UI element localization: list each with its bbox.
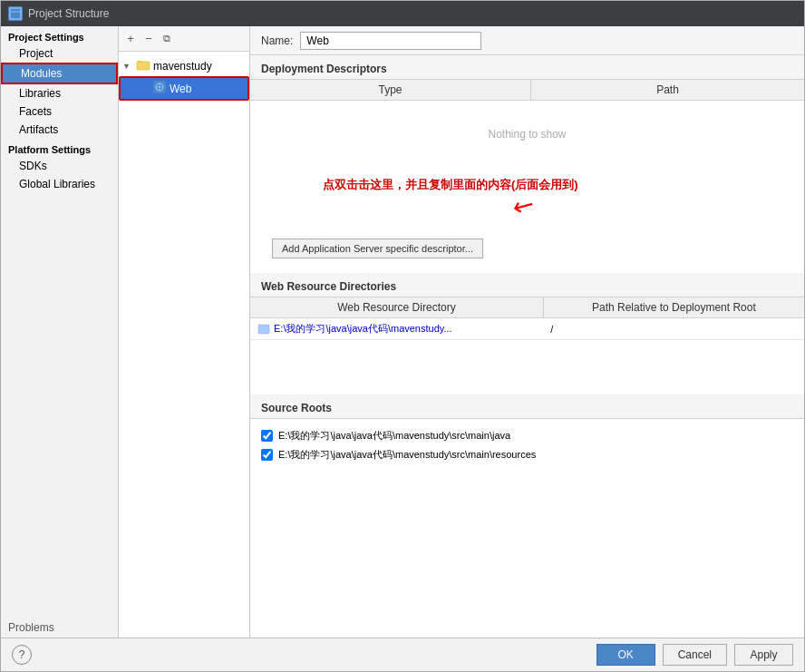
tree-item-mavenstudy[interactable]: ▼ mavenstudy <box>119 55 249 76</box>
svg-rect-0 <box>10 8 21 19</box>
deployment-descriptors-table-container: Type Path Nothing to show <box>250 80 804 168</box>
sidebar-item-project[interactable]: Project <box>1 44 118 63</box>
source-root-item-0: E:\我的学习\java\java代码\mavenstudy\src\main\… <box>261 426 793 445</box>
source-roots-header: Source Roots <box>250 394 804 419</box>
module-tree: ▼ mavenstudy <box>119 52 249 638</box>
right-panel: Name: Deployment Descriptors Type Path <box>250 26 804 638</box>
source-root-label-0: E:\我的学习\java\java代码\mavenstudy\src\main\… <box>278 429 510 443</box>
deployment-descriptors-header: Deployment Descriptors <box>250 55 804 80</box>
apply-button[interactable]: Apply <box>734 644 793 666</box>
module-name-header: Name: <box>250 26 804 55</box>
source-root-checkbox-1[interactable] <box>261 449 273 461</box>
module-name-input[interactable] <box>300 32 481 50</box>
sidebar-item-sdks[interactable]: SDKs <box>1 157 118 175</box>
col-path: Path <box>531 80 804 101</box>
source-root-label-1: E:\我的学习\java\java代码\mavenstudy\src\main\… <box>278 448 536 462</box>
deployment-descriptors-table: Type Path <box>250 80 804 101</box>
help-button[interactable]: ? <box>12 645 32 665</box>
copy-module-button[interactable]: ⧉ <box>159 31 175 47</box>
right-content: Deployment Descriptors Type Path Nothing… <box>250 55 804 638</box>
file-icon <box>257 323 270 336</box>
col-path-relative: Path Relative to Deployment Root <box>543 297 804 318</box>
web-resource-table: Web Resource Directory Path Relative to … <box>250 297 804 340</box>
folder-icon <box>136 57 150 74</box>
web-resource-header-row: Web Resource Directory Path Relative to … <box>250 297 804 318</box>
tree-item-label: mavenstudy <box>153 60 212 73</box>
module-icon <box>152 80 167 97</box>
sidebar-item-artifacts[interactable]: Artifacts <box>1 121 118 139</box>
web-resource-table-container: Web Resource Directory Path Relative to … <box>250 297 804 340</box>
annotation-text: 点双击击这里，并且复制里面的内容(后面会用到) <box>323 177 578 193</box>
title-bar-text: Project Structure <box>28 7 109 20</box>
tree-panel: + − ⧉ ▼ mavenstudy <box>119 26 250 638</box>
expand-arrow: ▼ <box>122 62 133 71</box>
ok-button[interactable]: OK <box>596 644 655 666</box>
file-path: E:\我的学习\java\java代码\mavenstudy... <box>257 322 536 336</box>
tree-toolbar: + − ⧉ <box>119 26 249 52</box>
tree-item-web[interactable]: Web <box>119 76 249 101</box>
platform-settings-label: Platform Settings <box>1 139 118 157</box>
source-root-item-1: E:\我的学习\java\java代码\mavenstudy\src\main\… <box>261 445 793 464</box>
cancel-button[interactable]: Cancel <box>663 644 727 666</box>
tree-item-web-label: Web <box>170 83 191 95</box>
table-header-row: Type Path <box>250 80 804 101</box>
table-row[interactable]: E:\我的学习\java\java代码\mavenstudy... / <box>250 318 804 340</box>
bottom-bar: ? OK Cancel Apply <box>1 638 804 671</box>
svg-rect-7 <box>258 325 269 334</box>
path-relative-cell: / <box>543 318 804 340</box>
left-panel: Project Settings Project Modules Librari… <box>1 26 119 638</box>
title-bar: Project Structure <box>1 1 804 26</box>
col-web-resource-dir: Web Resource Directory <box>250 297 543 318</box>
web-resource-directories-header: Web Resource Directories <box>250 273 804 297</box>
sidebar-item-modules[interactable]: Modules <box>1 63 118 84</box>
name-label: Name: <box>261 34 293 47</box>
sidebar-item-global-libraries[interactable]: Global Libraries <box>1 175 118 193</box>
title-bar-icon <box>8 6 23 21</box>
source-root-checkbox-0[interactable] <box>261 430 273 442</box>
source-roots-section: E:\我的学习\java\java代码\mavenstudy\src\main\… <box>250 419 804 472</box>
svg-rect-2 <box>137 62 150 70</box>
sidebar-item-problems[interactable]: Problems <box>1 614 118 638</box>
add-app-server-descriptor-button[interactable]: Add Application Server specific descript… <box>272 239 483 258</box>
annotation-area: 点双击击这里，并且复制里面的内容(后面会用到) ↙ <box>250 168 804 231</box>
project-settings-label: Project Settings <box>1 26 118 44</box>
remove-module-button[interactable]: − <box>141 31 157 47</box>
add-module-button[interactable]: + <box>122 31 139 47</box>
sidebar-item-facets[interactable]: Facets <box>1 102 118 121</box>
empty-table-text: Nothing to show <box>250 101 804 168</box>
sidebar-item-libraries[interactable]: Libraries <box>1 84 118 102</box>
web-resource-dir-cell: E:\我的学习\java\java代码\mavenstudy... <box>250 318 543 340</box>
col-type: Type <box>250 80 531 101</box>
